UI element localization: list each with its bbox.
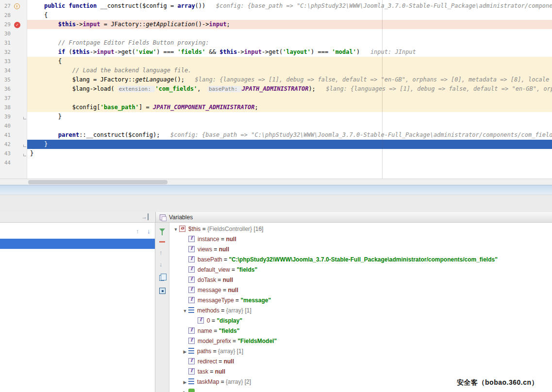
code-line-41[interactable]: 41 parent::__construct($config); $config… xyxy=(0,131,552,140)
frame-down-icon[interactable]: ↓ xyxy=(147,228,151,235)
line-number[interactable]: 33 xyxy=(0,57,12,66)
code-line-38[interactable]: 38 $config['base_path'] = JPATH_COMPONEN… xyxy=(0,103,552,112)
code-text[interactable]: { xyxy=(27,57,552,66)
variable-row[interactable]: redirect = null xyxy=(169,357,552,367)
override-icon[interactable]: ↑ xyxy=(12,1,22,11)
code-line-31[interactable]: 31 // Frontpage Editor Fields Button pro… xyxy=(0,38,552,48)
variable-row[interactable]: ▼methods = {array} [1] xyxy=(169,306,552,316)
line-number[interactable]: 39 xyxy=(0,112,12,121)
code-text[interactable]: $config['base_path'] = JPATH_COMPONENT_A… xyxy=(27,103,552,112)
code-line-28[interactable]: 28 { xyxy=(0,11,552,20)
line-number[interactable]: 29 xyxy=(0,20,12,29)
variable-row[interactable]: message = null xyxy=(169,285,552,295)
code-text[interactable] xyxy=(27,94,552,103)
selected-frame-row[interactable] xyxy=(0,239,155,249)
code-line-39[interactable]: 39 } xyxy=(0,112,552,121)
code-line-40[interactable]: 40 xyxy=(0,121,552,131)
expand-arrow-icon[interactable]: ▶ xyxy=(182,347,188,357)
line-number[interactable]: 32 xyxy=(0,48,12,57)
code-line-36[interactable]: 36 $lang->load( extension: 'com_fields',… xyxy=(0,84,552,94)
splitter-band[interactable] xyxy=(0,185,552,195)
code-text[interactable]: if ($this->input->get('view') === 'field… xyxy=(27,48,552,57)
filter-icon[interactable] xyxy=(159,229,165,232)
variable-row[interactable]: instance = null xyxy=(169,234,552,245)
code-editor[interactable]: 27↑ public function __construct($config … xyxy=(0,0,552,179)
code-text[interactable]: $lang = JFactory::getLanguage(); $lang: … xyxy=(27,75,552,84)
code-line-43[interactable]: 43} xyxy=(0,149,552,158)
horizontal-scrollbar[interactable] xyxy=(0,179,552,185)
move-down-icon[interactable]: ↓ xyxy=(159,261,163,268)
code-text[interactable]: // Load the backend language file. xyxy=(27,66,552,75)
line-number[interactable]: 27 xyxy=(0,1,12,11)
code-text[interactable] xyxy=(27,121,552,131)
line-number[interactable]: 35 xyxy=(0,75,12,84)
frame-up-icon[interactable]: ↑ xyxy=(136,228,139,235)
expand-arrow-icon[interactable]: ▶ xyxy=(182,388,188,392)
variables-header[interactable]: Variables xyxy=(155,212,552,223)
breakpoint-icon[interactable]: ✓ xyxy=(12,20,22,29)
fold-column[interactable] xyxy=(22,140,27,149)
remove-icon[interactable] xyxy=(159,241,165,243)
code-text[interactable]: // Frontpage Editor Fields Button proxyi… xyxy=(27,38,552,48)
expand-arrow-icon[interactable]: ▼ xyxy=(172,225,179,235)
variable-row[interactable]: basePath = "C:\phpStudy32\WWW\Joomla_3.7… xyxy=(169,255,552,265)
code-line-34[interactable]: 34 // Load the backend language file. xyxy=(0,66,552,75)
expand-arrow-icon[interactable]: ▼ xyxy=(182,306,188,316)
line-number[interactable]: 40 xyxy=(0,121,12,131)
copy-icon[interactable] xyxy=(159,275,164,281)
code-text[interactable]: } xyxy=(27,140,552,149)
expand-arrow-icon[interactable]: ▶ xyxy=(182,377,188,388)
line-number[interactable]: 44 xyxy=(0,158,12,167)
variable-row[interactable]: ▶ xyxy=(169,387,552,392)
frames-panel[interactable]: ↑ ↓ xyxy=(0,223,155,392)
code-text[interactable]: $lang->load( extension: 'com_fields', ba… xyxy=(27,84,552,94)
scrollbar-thumb[interactable] xyxy=(28,180,167,184)
code-line-42[interactable]: 42 } xyxy=(0,140,552,149)
line-number[interactable]: 28 xyxy=(0,11,12,20)
watch-icon[interactable] xyxy=(159,288,166,294)
code-text[interactable]: public function __construct($config = ar… xyxy=(27,1,552,11)
line-number[interactable]: 38 xyxy=(0,103,12,112)
variable-name: task xyxy=(198,368,208,375)
variable-row[interactable]: messageType = "message" xyxy=(169,295,552,306)
line-number[interactable]: 31 xyxy=(0,38,12,48)
code-text[interactable]: parent::__construct($config); $config: {… xyxy=(27,131,552,140)
jump-to-source-icon[interactable]: → xyxy=(141,213,149,220)
code-line-27[interactable]: 27↑ public function __construct($config … xyxy=(0,1,552,11)
variable-row[interactable]: default_view = "fields" xyxy=(169,265,552,275)
code-text[interactable]: { xyxy=(27,11,552,20)
line-number[interactable]: 30 xyxy=(0,29,12,38)
code-line-29[interactable]: 29✓ $this->input = JFactory::getApplicat… xyxy=(0,20,552,29)
code-text[interactable]: } xyxy=(27,149,552,158)
variable-row[interactable]: views = null xyxy=(169,245,552,255)
code-line-44[interactable]: 44 xyxy=(0,158,552,167)
line-number[interactable]: 41 xyxy=(0,131,12,140)
variable-row[interactable]: ▼$this = {FieldsController} [16] xyxy=(169,224,552,234)
code-text[interactable]: $this->input = JFactory::getApplication(… xyxy=(27,20,552,29)
code-text[interactable]: } xyxy=(27,112,552,121)
variable-row[interactable]: model_prefix = "FieldsModel" xyxy=(169,336,552,346)
variable-row[interactable]: doTask = null xyxy=(169,275,552,285)
code-line-33[interactable]: 33 { xyxy=(0,57,552,66)
line-number[interactable]: 43 xyxy=(0,149,12,158)
line-number[interactable]: 34 xyxy=(0,66,12,75)
variable-row[interactable]: ▶paths = {array} [1] xyxy=(169,346,552,357)
code-line-35[interactable]: 35 $lang = JFactory::getLanguage(); $lan… xyxy=(0,75,552,84)
code-line-30[interactable]: 30 xyxy=(0,29,552,38)
fold-column[interactable] xyxy=(22,149,27,158)
variable-row[interactable]: task = null xyxy=(169,367,552,377)
variable-row[interactable]: 0 = "display" xyxy=(169,316,552,326)
code-line-37[interactable]: 37 xyxy=(0,94,552,103)
fold-column[interactable] xyxy=(22,112,27,121)
override-method-icon[interactable]: ↑ xyxy=(14,3,20,9)
line-number[interactable]: 37 xyxy=(0,94,12,103)
code-text[interactable] xyxy=(27,158,552,167)
variable-row[interactable]: name = "fields" xyxy=(169,326,552,336)
code-text[interactable] xyxy=(27,29,552,38)
line-number[interactable]: 36 xyxy=(0,84,12,94)
breakpoint-icon[interactable]: ✓ xyxy=(14,22,20,28)
code-line-32[interactable]: 32 if ($this->input->get('view') === 'fi… xyxy=(0,48,552,57)
move-up-icon[interactable]: ↑ xyxy=(159,249,163,256)
line-number[interactable]: 42 xyxy=(0,140,12,149)
variables-tree[interactable]: ▼$this = {FieldsController} [16]instance… xyxy=(169,223,552,392)
